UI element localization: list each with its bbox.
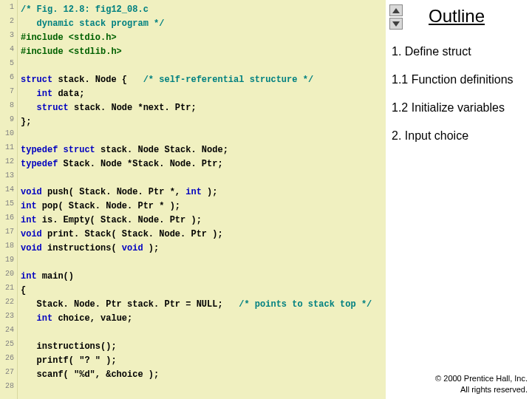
line-number: 15 [0, 200, 17, 214]
line-number: 10 [0, 129, 17, 143]
code-token: Stack. Node *Stack. Node. Ptr; [58, 159, 222, 169]
line-number-gutter: 1234567891011121314151617181920212223242… [0, 0, 18, 399]
code-line [21, 59, 386, 73]
code-line: Stack. Node. Ptr stack. Ptr = NULL; /* p… [21, 298, 386, 312]
code-token: int [21, 215, 37, 225]
nav-next-button[interactable] [389, 18, 403, 30]
line-number: 13 [0, 171, 17, 185]
code-token: ); [143, 243, 160, 253]
line-number: 12 [0, 157, 17, 171]
code-token: /* Fig. 12.8: fig12_08.c [21, 4, 149, 15]
line-number: 11 [0, 143, 17, 157]
code-body: /* Fig. 12.8: fig12_08.c dynamic stack p… [18, 0, 386, 399]
code-token: instructions(); [21, 341, 117, 352]
outline-item: 2. Input choice [392, 129, 528, 143]
outline-item: 1.2 Initialize variables [392, 100, 528, 115]
code-line: typedef struct stack. Node Stack. Node; [21, 143, 386, 157]
outline-item: 1.1 Function definitions [392, 72, 528, 87]
copyright-line: All rights reserved. [435, 384, 528, 395]
code-token: pop( Stack. Node. Ptr * ); [37, 201, 180, 211]
line-number: 20 [0, 270, 17, 284]
code-line: int is. Empty( Stack. Node. Ptr ); [21, 214, 386, 228]
code-line: }; [21, 115, 386, 129]
code-token: int [37, 89, 53, 99]
code-token: void [122, 243, 143, 253]
code-line: int data; [21, 87, 386, 101]
code-line: #include <stdio.h> [21, 31, 386, 45]
code-line: instructions(); [21, 340, 386, 354]
line-number: 22 [0, 298, 17, 312]
line-number: 25 [0, 340, 17, 354]
copyright-line: © 2000 Prentice Hall, Inc. [435, 373, 528, 383]
code-token: data; [52, 89, 84, 99]
code-token: int [21, 271, 37, 282]
triangle-up-icon [392, 8, 400, 13]
line-number: 2 [0, 17, 17, 31]
code-line: /* Fig. 12.8: fig12_08.c [21, 3, 386, 17]
line-number: 17 [0, 228, 17, 242]
line-number: 18 [0, 242, 17, 256]
code-line [21, 256, 386, 270]
code-token: typedef struct [21, 145, 95, 155]
copyright: © 2000 Prentice Hall, Inc. All rights re… [435, 373, 528, 395]
code-line: dynamic stack program */ [21, 17, 386, 31]
code-token: struct [21, 75, 52, 85]
code-token: stack. Node Stack. Node; [95, 145, 228, 155]
code-token: Stack. Node. Ptr stack. Ptr = NULL; [21, 299, 239, 310]
code-token [21, 103, 37, 113]
code-token: /* points to stack top */ [239, 299, 372, 310]
code-line: { [21, 284, 386, 298]
line-number: 26 [0, 354, 17, 368]
nav-icons [389, 4, 404, 31]
code-token [21, 89, 37, 99]
line-number: 24 [0, 326, 17, 340]
code-token: ); [202, 187, 218, 197]
code-line: printf( "? " ); [21, 354, 386, 368]
code-line: scanf( "%d", &choice ); [21, 368, 386, 382]
code-line: int pop( Stack. Node. Ptr * ); [21, 200, 386, 214]
code-line: int choice, value; [21, 312, 386, 326]
code-token: typedef [21, 159, 58, 169]
nav-prev-button[interactable] [389, 4, 403, 16]
code-line: struct stack. Node *next. Ptr; [21, 101, 386, 115]
code-token: struct [37, 103, 69, 113]
code-line [21, 171, 386, 185]
code-line: void print. Stack( Stack. Node. Ptr ); [21, 228, 386, 242]
line-number: 28 [0, 382, 17, 396]
code-token: main() [37, 271, 74, 282]
code-line: struct stack. Node { /* self-referential… [21, 73, 386, 87]
line-number: 7 [0, 87, 17, 101]
code-panel: 1234567891011121314151617181920212223242… [0, 0, 386, 399]
code-line: #include <stdlib.h> [21, 45, 386, 59]
code-line [21, 326, 386, 340]
code-token: printf( "? " ); [21, 355, 117, 366]
line-number: 16 [0, 214, 17, 228]
line-number: 27 [0, 368, 17, 382]
code-token: instructions( [42, 243, 122, 253]
code-token: #include <stdio.h> [21, 33, 117, 43]
line-number: 5 [0, 59, 17, 73]
code-line: void instructions( void ); [21, 242, 386, 256]
code-token: dynamic stack program */ [21, 18, 164, 29]
outline-title: Outline [429, 6, 485, 27]
code-token: }; [21, 117, 31, 127]
code-token: stack. Node *next. Ptr; [69, 103, 197, 113]
line-number: 21 [0, 284, 17, 298]
code-line: typedef Stack. Node *Stack. Node. Ptr; [21, 157, 386, 171]
code-line [21, 382, 386, 396]
code-token: int [185, 187, 202, 197]
code-line [21, 129, 386, 143]
side-panel: Outline 1. Define struct 1.1 Function de… [386, 0, 532, 399]
triangle-down-icon [392, 21, 400, 27]
code-token: is. Empty( Stack. Node. Ptr ); [37, 215, 202, 225]
code-token: void [21, 229, 42, 239]
line-number: 19 [0, 256, 17, 270]
line-number: 8 [0, 101, 17, 115]
code-token: stack. Node { [52, 75, 143, 85]
code-token: scanf( "%d", &choice ); [21, 369, 159, 380]
code-token: #include <stdlib.h> [21, 47, 122, 57]
code-token: /* self-referential structure */ [143, 75, 313, 85]
code-token [21, 313, 37, 324]
code-line: int main() [21, 270, 386, 284]
code-token: int [37, 313, 53, 324]
